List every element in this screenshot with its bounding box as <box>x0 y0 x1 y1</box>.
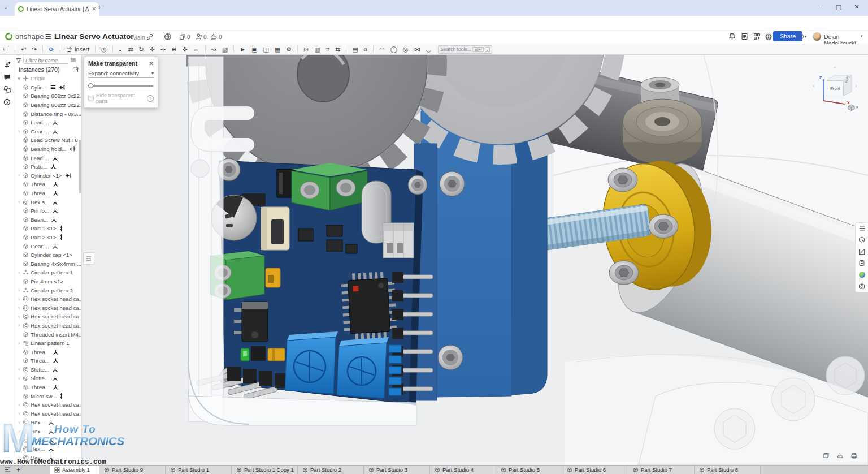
tree-row[interactable]: › Hex s... <box>14 197 81 206</box>
revolute-loop-icon[interactable]: ◠ <box>379 46 385 53</box>
tree-row[interactable]: Threa... <box>14 189 81 198</box>
doc-tab-part-studio-1[interactable]: Part Studio 1 <box>166 466 232 474</box>
relay-terminals[interactable] <box>389 345 401 395</box>
tab-close-icon[interactable]: ✕ <box>92 6 96 12</box>
expand-arrow-icon[interactable]: ▾ <box>17 76 21 81</box>
dome-icon[interactable] <box>836 452 844 459</box>
rotate-right-chevron-icon[interactable]: › <box>855 83 857 89</box>
expand-arrow-icon[interactable]: › <box>17 270 21 275</box>
tree-row[interactable]: Lead Screw Nut T8 ... <box>14 136 81 145</box>
notifications-bell-icon[interactable] <box>728 33 736 40</box>
tree-row[interactable]: › Hex... <box>14 454 81 463</box>
release-notes-icon[interactable] <box>741 33 748 40</box>
expand-arrow-icon[interactable]: › <box>17 287 21 293</box>
tree-row[interactable]: › Hex... <box>14 427 81 436</box>
onshape-logo[interactable]: onshape <box>5 32 44 41</box>
search-tools-box[interactable]: Search tools... alt+/ c <box>438 45 492 54</box>
relay-blue-2[interactable] <box>337 337 389 398</box>
viewport-flyout-tab[interactable] <box>83 252 94 265</box>
user-menu-chevron-icon[interactable]: ▾ <box>861 34 863 38</box>
comment-icon[interactable] <box>0 71 14 83</box>
ring-icon[interactable]: ◯ <box>390 46 397 53</box>
tab-search-chevron-icon[interactable]: ⌄ <box>3 4 8 10</box>
expand-arrow-icon[interactable]: › <box>17 455 21 460</box>
expand-arrow-icon[interactable]: › <box>17 446 21 452</box>
tree-row[interactable]: › Hex socket head ca... <box>14 410 81 419</box>
expand-arrow-icon[interactable]: › <box>17 437 21 443</box>
redo-icon[interactable]: ↷ <box>32 46 37 53</box>
screw-relation-icon[interactable]: ▥ <box>314 46 320 53</box>
doc-tab-part-studio-2[interactable]: Part Studio 2 <box>298 466 364 474</box>
section-view-icon[interactable] <box>858 248 865 255</box>
tree-row[interactable]: › Circular pattern 2 <box>14 286 81 295</box>
flyout-list-icon[interactable] <box>859 225 865 231</box>
tree-row[interactable]: › Slotte... <box>14 374 81 383</box>
swap-instance-icon[interactable]: ⇆ <box>335 46 340 53</box>
fork-icon[interactable] <box>179 33 186 40</box>
expand-arrow-icon[interactable]: › <box>17 420 21 425</box>
tree-row[interactable]: Threa... <box>14 383 81 392</box>
insert-button[interactable]: Insert <box>66 46 89 53</box>
frame-icon[interactable]: ▧ <box>222 46 228 53</box>
view-options-dropdown[interactable]: ▾ <box>848 104 858 111</box>
help-icon[interactable]: ? <box>147 95 154 102</box>
history-icon[interactable] <box>0 96 14 108</box>
versions-icon[interactable] <box>0 83 14 96</box>
tree-row[interactable]: Part 1 <1> <box>14 224 81 233</box>
planar-mate-icon[interactable]: ⊹ <box>160 46 166 53</box>
terminal-block-top[interactable] <box>292 163 367 210</box>
select-parts-icon[interactable] <box>858 236 865 243</box>
rotate-icon[interactable]: ⟳ <box>49 46 54 53</box>
expand-arrow-icon[interactable]: › <box>17 314 21 320</box>
viewport-3d[interactable] <box>82 55 868 465</box>
tree-row[interactable]: › Slotte... <box>14 365 81 374</box>
tree-row[interactable]: › Circular pattern 1 <box>14 268 81 277</box>
ball-mate-icon[interactable]: ⊕ <box>171 46 176 53</box>
add-mate-connector-icon[interactable] <box>0 58 14 71</box>
copy-instance-icon[interactable]: ◫ <box>263 46 268 53</box>
tree-row[interactable]: Distance ring - 8x3... <box>14 109 81 118</box>
expand-arrow-icon[interactable]: › <box>17 128 21 134</box>
app-store-grid-icon[interactable] <box>753 33 761 40</box>
expand-arrow-icon[interactable]: › <box>17 199 21 205</box>
tree-row[interactable]: Bearing 608zz 8x22... <box>14 101 81 110</box>
parallel-mate-icon[interactable]: ⇔ <box>193 46 199 53</box>
edit-in-context-icon[interactable]: ► <box>240 46 246 53</box>
expand-select[interactable]: Expand: connectivity ▾ <box>88 70 154 78</box>
tree-row[interactable]: ▾ Origin <box>14 74 81 83</box>
doc-tab-part-studio-3[interactable]: Part Studio 3 <box>364 466 430 474</box>
tree-row[interactable]: › Linear pattern 1 <box>14 339 81 348</box>
printer-icon[interactable] <box>850 452 858 459</box>
expand-arrow-icon[interactable]: › <box>17 402 21 408</box>
public-globe-icon[interactable] <box>164 33 172 41</box>
transparency-slider[interactable] <box>88 83 154 89</box>
pin-slot-mate-icon[interactable]: ✜ <box>182 46 187 53</box>
micro-usb-connector[interactable] <box>383 223 414 258</box>
tree-scrollbar[interactable] <box>79 140 81 193</box>
expand-arrow-icon[interactable]: › <box>17 322 21 328</box>
tab-manager-icon[interactable] <box>5 467 11 473</box>
expand-arrow-icon[interactable]: › <box>17 376 21 381</box>
layers-icon[interactable] <box>822 452 830 459</box>
doc-tab-part-studio-1-copy-1[interactable]: Part Studio 1 Copy 1 <box>232 466 298 474</box>
gear-relation-icon[interactable]: ⚙ <box>286 46 292 53</box>
assembly-structure-icon[interactable]: ≔ <box>3 46 9 53</box>
tree-row[interactable]: Pisto... <box>14 162 81 171</box>
like-thumb-icon[interactable] <box>210 33 218 40</box>
tree-row[interactable]: › Hex socket head ca... <box>14 321 81 330</box>
fuse-yellow[interactable] <box>268 348 285 361</box>
tree-row[interactable]: Bearing 608zz 8x22... <box>14 92 81 101</box>
tree-row[interactable]: Pin fo... <box>14 206 81 216</box>
branch-label[interactable]: Main <box>132 34 145 41</box>
expand-arrow-icon[interactable]: › <box>17 296 21 302</box>
new-tab-button[interactable]: + <box>97 3 102 11</box>
follow-icon[interactable] <box>196 33 203 40</box>
tree-row[interactable]: Pin 4mm <1> <box>14 277 81 286</box>
expand-arrow-icon[interactable]: › <box>17 173 21 178</box>
doc-tab-part-studio-9[interactable]: Part Studio 9 <box>99 466 166 474</box>
history-icon[interactable]: ◷ <box>101 46 107 53</box>
crown-icon[interactable]: ◡ <box>426 46 432 53</box>
slider-knob[interactable] <box>88 83 93 88</box>
tree-row[interactable]: Bearing hold... <box>14 145 81 154</box>
browser-tab[interactable]: Linear Servo Actuator | Assemb... ✕ <box>15 2 99 16</box>
